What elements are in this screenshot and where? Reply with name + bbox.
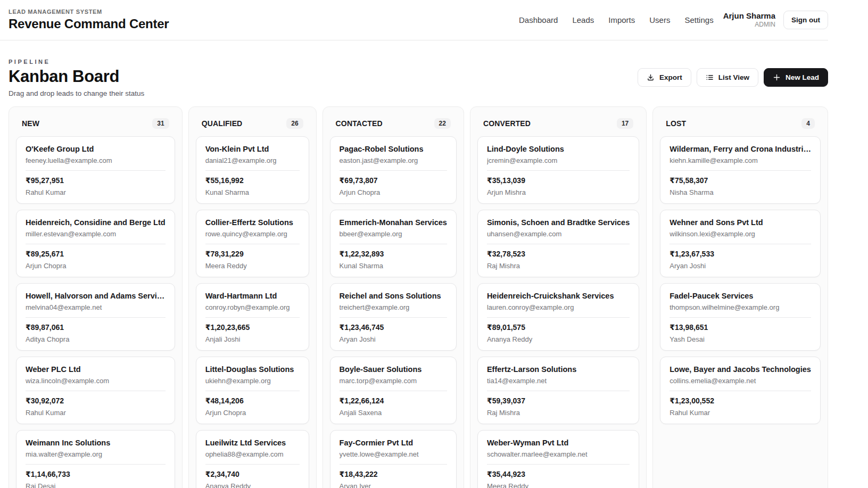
column-cards: Pagac-Robel Solutions easton.jast@exampl… — [330, 136, 457, 488]
lead-owner: Rahul Kumar — [26, 409, 166, 417]
card-divider — [340, 391, 447, 391]
nav-item-settings[interactable]: Settings — [684, 15, 713, 24]
lead-card[interactable]: Boyle-Sauer Solutions marc.torp@example.… — [330, 357, 457, 424]
lead-card[interactable]: Fay-Cormier Pvt Ltd yvette.lowe@example.… — [330, 430, 457, 488]
lead-company: Howell, Halvorson and Adams Servi… — [26, 292, 166, 300]
lead-card[interactable]: Reichel and Sons Solutions treichert@exa… — [330, 283, 457, 351]
lead-card[interactable]: Wehner and Sons Pvt Ltd wilkinson.lexi@e… — [660, 210, 821, 277]
card-divider — [487, 170, 630, 171]
kanban-board: NEW 31 O'Keefe Group Ltd feeney.luella@e… — [0, 106, 828, 488]
nav-item-imports[interactable]: Imports — [608, 15, 635, 24]
new-lead-label: New Lead — [786, 73, 819, 81]
lead-company: Reichel and Sons Solutions — [340, 292, 447, 300]
lead-card[interactable]: Ward-Hartmann Ltd conroy.robyn@example.o… — [196, 283, 309, 351]
lead-card[interactable]: Heidenreich, Considine and Berge Ltd mil… — [16, 210, 175, 277]
lead-amount: ₹69,73,807 — [340, 176, 447, 185]
top-nav: DashboardLeadsImportsUsersSettings — [519, 15, 714, 24]
column-cards: Wilderman, Ferry and Crona Industri… kie… — [660, 136, 821, 424]
signout-button[interactable]: Sign out — [783, 11, 828, 29]
column-header: LOST 4 — [660, 115, 821, 136]
lead-email: ukiehn@example.org — [205, 377, 300, 385]
lead-amount: ₹1,23,67,533 — [669, 250, 811, 258]
lead-card[interactable]: Lowe, Bayer and Jacobs Technologies coll… — [660, 357, 821, 424]
plus-icon — [773, 73, 781, 81]
card-divider — [487, 317, 630, 318]
lead-email: treichert@example.org — [340, 303, 447, 311]
lead-amount: ₹1,22,66,124 — [340, 396, 447, 405]
lead-owner: Arjun Chopra — [26, 262, 166, 270]
lead-email: wiza.lincoln@example.com — [26, 377, 166, 385]
lead-amount: ₹1,20,23,665 — [205, 323, 300, 332]
lead-card[interactable]: Fadel-Paucek Services thompson.wilhelmin… — [660, 283, 821, 351]
list-view-button[interactable]: List View — [697, 68, 758, 87]
lead-email: rowe.quincy@example.org — [205, 230, 300, 238]
column-cards: Von-Klein Pvt Ltd danial21@example.org ₹… — [196, 136, 309, 488]
lead-company: Wehner and Sons Pvt Ltd — [669, 218, 811, 227]
column-header: QUALIFIED 26 — [196, 115, 309, 136]
lead-amount: ₹2,34,740 — [205, 470, 300, 478]
lead-owner: Kunal Sharma — [205, 188, 300, 196]
lead-card[interactable]: Weber PLC Ltd wiza.lincoln@example.com ₹… — [16, 357, 175, 424]
lead-card[interactable]: Von-Klein Pvt Ltd danial21@example.org ₹… — [196, 136, 309, 204]
user-role: ADMIN — [723, 21, 775, 29]
lead-email: wilkinson.lexi@example.org — [669, 230, 811, 238]
card-divider — [669, 244, 811, 244]
lead-owner: Rahul Kumar — [26, 188, 166, 196]
lead-email: thompson.wilhelmine@example.org — [669, 303, 811, 311]
lead-card[interactable]: Heidenreich-Cruickshank Services lauren.… — [477, 283, 639, 351]
lead-card[interactable]: Weber-Wyman Pvt Ltd schowalter.marlee@ex… — [477, 430, 639, 488]
lead-amount: ₹1,22,32,893 — [340, 250, 447, 258]
lead-email: collins.emelia@example.net — [669, 377, 811, 385]
lead-company: Simonis, Schoen and Bradtke Services — [487, 218, 630, 227]
new-lead-button[interactable]: New Lead — [764, 68, 828, 87]
lead-card[interactable]: Effertz-Larson Solutions tia14@example.n… — [477, 357, 639, 424]
lead-owner: Anjali Saxena — [340, 409, 447, 417]
nav-item-leads[interactable]: Leads — [572, 15, 594, 24]
lead-card[interactable]: Lueilwitz Ltd Services ophelia88@example… — [196, 430, 309, 488]
user-block: Arjun Sharma ADMIN — [723, 11, 775, 29]
lead-company: Fay-Cormier Pvt Ltd — [340, 439, 447, 447]
card-divider — [26, 464, 166, 465]
lead-owner: Arjun Chopra — [340, 188, 447, 196]
lead-amount: ₹48,14,206 — [205, 396, 300, 405]
lead-owner: Rahul Kumar — [669, 409, 811, 417]
export-button[interactable]: Export — [638, 68, 691, 87]
lead-company: Lueilwitz Ltd Services — [205, 439, 300, 447]
lead-amount: ₹1,23,46,745 — [340, 323, 447, 332]
lead-card[interactable]: Collier-Effertz Solutions rowe.quincy@ex… — [196, 210, 309, 277]
nav-item-users[interactable]: Users — [649, 15, 670, 24]
lead-email: feeney.luella@example.com — [26, 156, 166, 164]
lead-company: Heidenreich, Considine and Berge Ltd — [26, 218, 166, 227]
card-divider — [669, 317, 811, 318]
lead-card[interactable]: Pagac-Robel Solutions easton.jast@exampl… — [330, 136, 457, 204]
lead-email: kiehn.kamille@example.com — [669, 156, 811, 164]
column-count-badge: 4 — [801, 118, 815, 129]
lead-owner: Aditya Chopra — [26, 335, 166, 343]
card-divider — [26, 170, 166, 171]
lead-owner: Ananya Reddy — [205, 482, 300, 488]
lead-email: danial21@example.org — [205, 156, 300, 164]
lead-card[interactable]: Wilderman, Ferry and Crona Industri… kie… — [660, 136, 821, 204]
lead-card[interactable]: O'Keefe Group Ltd feeney.luella@example.… — [16, 136, 175, 204]
lead-company: Lowe, Bayer and Jacobs Technologies — [669, 365, 811, 374]
column-cards: O'Keefe Group Ltd feeney.luella@example.… — [16, 136, 175, 488]
lead-amount: ₹13,98,651 — [669, 323, 811, 332]
nav-item-dashboard[interactable]: Dashboard — [519, 15, 558, 24]
card-divider — [205, 170, 300, 171]
lead-card[interactable]: Emmerich-Monahan Services bbeer@example.… — [330, 210, 457, 277]
lead-card[interactable]: Weimann Inc Solutions mia.walter@example… — [16, 430, 175, 488]
column-count-badge: 17 — [617, 118, 633, 129]
lead-company: Ward-Hartmann Ltd — [205, 292, 300, 300]
card-divider — [205, 244, 300, 244]
lead-card[interactable]: Simonis, Schoen and Bradtke Services uha… — [477, 210, 639, 277]
lead-company: Fadel-Paucek Services — [669, 292, 811, 300]
lead-card[interactable]: Littel-Douglas Solutions ukiehn@example.… — [196, 357, 309, 424]
lead-card[interactable]: Howell, Halvorson and Adams Servi… melvi… — [16, 283, 175, 351]
card-divider — [487, 391, 630, 391]
card-divider — [669, 391, 811, 391]
lead-company: Effertz-Larson Solutions — [487, 365, 630, 374]
page-subtitle: Drag and drop leads to change their stat… — [9, 89, 144, 97]
lead-amount: ₹1,23,00,552 — [669, 396, 811, 405]
lead-owner: Meera Reddy — [205, 262, 300, 270]
lead-card[interactable]: Lind-Doyle Solutions jcremin@example.com… — [477, 136, 639, 204]
